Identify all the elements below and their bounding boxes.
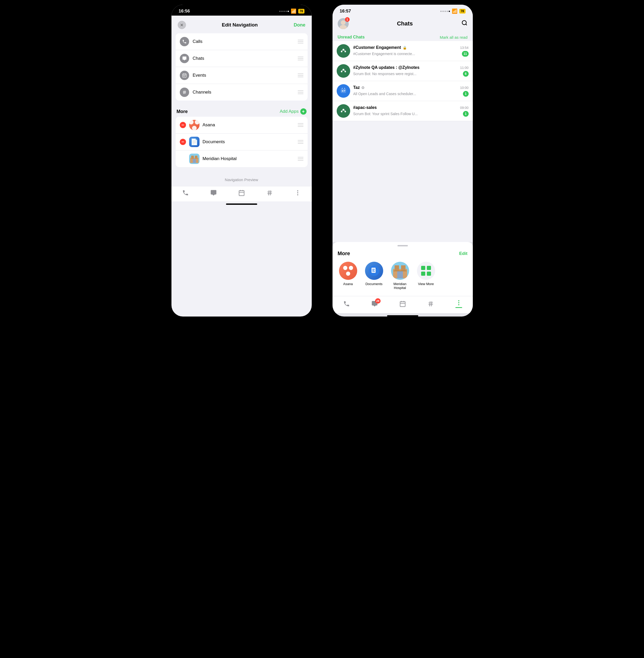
- svg-rect-16: [193, 159, 196, 163]
- more-item-meridian[interactable]: − Meridian Hospital: [176, 151, 307, 167]
- meridian-app-icon: [189, 154, 200, 164]
- svg-line-76: [430, 301, 430, 307]
- right-nav-more[interactable]: [455, 299, 462, 308]
- view-more-grid-item[interactable]: View More: [416, 262, 436, 290]
- right-nav-events[interactable]: [399, 300, 406, 307]
- events-label: Events: [193, 73, 294, 78]
- meridian-drag-handle[interactable]: [298, 157, 303, 161]
- edit-nav-title: Edit Navigation: [222, 22, 258, 28]
- chat-list: #Customer Engagement 🔒 13:54 #Customer E…: [332, 41, 473, 242]
- bottom-nav-bar: [171, 186, 312, 201]
- chat-item-customer-engagement[interactable]: #Customer Engagement 🔒 13:54 #Customer E…: [332, 41, 473, 61]
- remove-asana-button[interactable]: −: [180, 122, 186, 128]
- svg-rect-67: [394, 271, 407, 271]
- calls-drag-handle[interactable]: [298, 40, 303, 43]
- asana-grid-item[interactable]: Asana: [338, 262, 359, 290]
- svg-rect-6: [183, 76, 184, 76]
- right-nav-phone[interactable]: [343, 300, 350, 307]
- bottom-nav-more[interactable]: [294, 189, 301, 196]
- nav-item-events[interactable]: Events: [176, 67, 307, 84]
- svg-line-10: [184, 90, 184, 94]
- svg-point-78: [458, 300, 459, 301]
- chat-item-apac-sales[interactable]: #apac-sales 09:00 Scrum Bot: Your sprint…: [332, 101, 473, 121]
- documents-grid-label: Documents: [366, 282, 383, 286]
- svg-line-77: [431, 301, 432, 307]
- bottom-nav-chats[interactable]: [210, 189, 217, 196]
- meridian-grid-item[interactable]: Meridian Hospital: [390, 262, 411, 290]
- bottom-nav-phone[interactable]: [182, 189, 189, 196]
- svg-point-28: [297, 192, 298, 194]
- calls-label: Calls: [193, 39, 294, 44]
- nav-item-chats[interactable]: Chats: [176, 50, 307, 67]
- svg-rect-60: [372, 271, 375, 272]
- bottom-nav-events[interactable]: [238, 189, 245, 196]
- user-avatar[interactable]: 1: [338, 18, 349, 29]
- chats-header: 1 Chats: [332, 16, 473, 33]
- documents-drag-handle[interactable]: [298, 140, 303, 144]
- remove-documents-button[interactable]: −: [180, 139, 186, 145]
- svg-point-37: [344, 51, 346, 52]
- chat-item-taz[interactable]: Taz ⊙ 10:00 All Open Leads and Cases sch…: [332, 81, 473, 101]
- right-nav-chats[interactable]: 28: [371, 300, 378, 307]
- calls-icon: [180, 37, 189, 46]
- channels-label: Channels: [193, 90, 294, 95]
- svg-line-55: [344, 110, 345, 111]
- asana-label: Asana: [203, 122, 295, 128]
- apps-grid: Asana: [338, 262, 467, 290]
- more-bottom-sheet: More Edit Asana: [332, 242, 473, 296]
- svg-rect-59: [372, 270, 374, 271]
- right-home-indicator: [387, 315, 418, 317]
- svg-point-27: [297, 190, 298, 191]
- mark-all-read-button[interactable]: Mark all as read: [440, 35, 467, 40]
- more-item-asana[interactable]: − Asana: [176, 117, 307, 134]
- chats-drag-handle[interactable]: [298, 56, 303, 60]
- svg-line-25: [268, 190, 269, 196]
- apac-sales-avatar: [337, 104, 350, 118]
- svg-line-39: [344, 50, 345, 51]
- nav-item-channels[interactable]: Channels: [176, 84, 307, 100]
- more-item-documents[interactable]: − 📄 Documents: [176, 134, 307, 151]
- svg-line-34: [465, 24, 466, 25]
- meridian-grid-label: Meridian Hospital: [394, 282, 407, 290]
- svg-point-29: [297, 194, 298, 195]
- documents-app-icon: 📄: [189, 137, 200, 147]
- avatar-badge: 1: [345, 17, 350, 22]
- nav-preview-label: Navigation Preview: [171, 172, 312, 186]
- asana-drag-handle[interactable]: [298, 123, 303, 127]
- svg-line-49: [342, 88, 342, 89]
- apac-sales-name: #apac-sales: [353, 105, 377, 110]
- svg-point-41: [341, 71, 342, 72]
- chat-item-zylnote[interactable]: #Zylnote QA updates : @Zylnotes 11:00 Sc…: [332, 61, 473, 81]
- asana-app-icon: [189, 120, 200, 130]
- events-drag-handle[interactable]: [298, 73, 303, 77]
- more-items-list: − Asana −: [176, 117, 307, 167]
- right-status-bar: 16:57 📶 78: [332, 5, 473, 16]
- bottom-nav-channels[interactable]: [266, 189, 273, 196]
- documents-label: Documents: [203, 139, 295, 144]
- view-more-grid-icon: [417, 262, 435, 280]
- edit-nav-header: ✕ Edit Navigation Done: [171, 16, 312, 33]
- close-button[interactable]: ✕: [178, 21, 186, 29]
- home-indicator: [226, 203, 257, 205]
- more-label: More: [177, 109, 188, 114]
- chats-icon: [180, 54, 189, 63]
- channels-drag-handle[interactable]: [298, 90, 303, 94]
- add-apps-button[interactable]: Add Apps +: [280, 108, 306, 115]
- nav-item-calls[interactable]: Calls: [176, 33, 307, 50]
- meridian-label: Meridian Hospital: [203, 156, 295, 161]
- svg-point-35: [342, 49, 344, 51]
- search-button[interactable]: [461, 20, 467, 27]
- right-nav-channels[interactable]: [427, 300, 434, 307]
- more-sheet-edit-button[interactable]: Edit: [459, 251, 467, 256]
- svg-line-44: [344, 70, 345, 71]
- taz-avatar: [337, 84, 350, 98]
- zylnote-badge: 6: [463, 71, 469, 77]
- right-time: 16:57: [340, 8, 351, 14]
- svg-point-36: [341, 51, 342, 52]
- svg-point-80: [458, 304, 459, 305]
- zylnote-preview: Scrum Bot: No responses were regist...: [353, 72, 461, 76]
- done-button[interactable]: Done: [294, 22, 305, 28]
- documents-grid-item[interactable]: Documents: [364, 262, 385, 290]
- customer-engagement-badge: 11: [462, 51, 468, 56]
- view-more-label: View More: [418, 282, 434, 286]
